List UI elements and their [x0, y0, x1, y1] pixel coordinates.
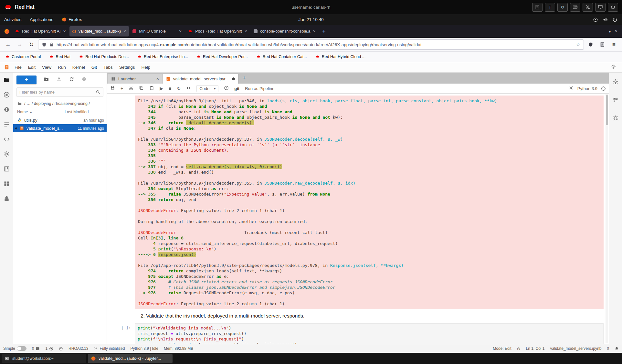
launcher-grid-icon[interactable]: [3, 180, 10, 188]
property-inspector-icon[interactable]: [612, 78, 619, 86]
notebook-scrollbar[interactable]: [606, 94, 608, 343]
upload-icon[interactable]: [56, 76, 62, 83]
bookmark-item[interactable]: Red Hat Enterprise Lin...: [137, 55, 188, 59]
paste-cell-icon[interactable]: [149, 86, 154, 91]
scrollbar-thumb[interactable]: [606, 95, 608, 125]
power-icon[interactable]: [608, 3, 618, 12]
taskbar-terminal-window[interactable]: student@workstation:~: [2, 354, 86, 363]
power-menu-icon[interactable]: [612, 17, 617, 22]
kernels-count[interactable]: 1: [45, 346, 53, 351]
cut-cell-icon[interactable]: [129, 86, 133, 91]
browser-tab[interactable]: MinIO Console ×: [130, 26, 184, 36]
tab-close-icon[interactable]: ×: [123, 29, 126, 34]
file-row[interactable]: utils.py an hour ago: [13, 116, 107, 124]
unsaved-dot-icon[interactable]: [232, 77, 235, 80]
firefox-view-icon[interactable]: [2, 26, 12, 36]
forward-icon[interactable]: →: [15, 40, 25, 49]
firefox-appmenu[interactable]: Firefox: [58, 14, 86, 25]
browser-tab-active[interactable]: validate_mod... (auto-k) ×: [69, 26, 129, 36]
menu-icon[interactable]: ≡: [609, 40, 619, 49]
tab-close-icon[interactable]: ×: [179, 29, 182, 34]
browser-tab[interactable]: Pods · Red Hat OpenShift ×: [185, 26, 250, 36]
restart-run-all-icon[interactable]: [186, 86, 191, 91]
list-all-tabs-icon[interactable]: ▾: [609, 29, 611, 34]
file-row-selected[interactable]: validate_model_s... 11 minutes ago: [13, 124, 107, 132]
tab-close-icon[interactable]: ×: [313, 29, 316, 34]
tab-notebook-active[interactable]: validate_model_servers.ipyr: [163, 74, 238, 84]
code-snippets-icon[interactable]: [3, 136, 10, 144]
extensions-puzzle-icon[interactable]: [3, 195, 10, 203]
library-icon[interactable]: [597, 40, 607, 49]
keyboard-icon[interactable]: [570, 3, 580, 12]
code-cell-editor[interactable]: print("\nValidating iris model...\n")iri…: [135, 323, 604, 344]
lock-icon[interactable]: [49, 42, 54, 47]
save-icon[interactable]: [110, 86, 115, 91]
file-browser-icon[interactable]: [3, 76, 10, 85]
tab-close-icon[interactable]: ×: [156, 76, 159, 81]
toolbar-extension-icon[interactable]: [569, 86, 574, 91]
send-text-icon[interactable]: T: [545, 3, 555, 12]
menu-git[interactable]: Git: [88, 65, 100, 70]
stop-kernel-icon[interactable]: ■: [169, 86, 171, 91]
globe-icon[interactable]: [59, 347, 63, 351]
menu-kernel[interactable]: Kernel: [69, 65, 88, 70]
code-cell[interactable]: [ ]: print("\nValidating iris model...\n…: [107, 323, 609, 344]
clipboard-icon[interactable]: [532, 3, 543, 12]
url-text[interactable]: https://rhoai-validation-wb-rhoai-valida…: [57, 42, 574, 47]
kernel-name-label[interactable]: Python 3.9: [577, 86, 597, 91]
browser-tab[interactable]: Red Hat OpenShift AI ×: [12, 26, 69, 36]
cut-icon[interactable]: [583, 3, 593, 12]
new-folder-icon[interactable]: [44, 76, 49, 83]
bookmark-item[interactable]: Red Hat Hybrid Cloud ...: [315, 55, 365, 59]
reconnect-icon[interactable]: ↻: [557, 3, 568, 12]
run-as-pipeline-button[interactable]: Run as Pipeline: [245, 86, 274, 91]
bookmark-item[interactable]: Red Hat: [49, 55, 70, 59]
run-cell-icon[interactable]: ▶: [160, 86, 163, 91]
insert-cell-icon[interactable]: +: [121, 86, 123, 91]
breadcrumb[interactable]: / … / deploying / rhoaiserving-using /: [13, 99, 107, 108]
cursor-position-label[interactable]: Ln 1, Col 1: [526, 346, 545, 351]
browser-tab[interactable]: console-openshift-console.a ×: [251, 26, 319, 36]
close-window-icon[interactable]: ×: [615, 29, 617, 34]
bell-icon[interactable]: [615, 347, 619, 351]
running-sessions-icon[interactable]: [3, 91, 10, 99]
url-bar[interactable]: https://rhoai-validation-wb-rhoai-valida…: [38, 39, 584, 50]
bookmark-star-icon[interactable]: ☆: [576, 42, 580, 47]
menu-view[interactable]: View: [39, 65, 55, 70]
monitor-icon[interactable]: [595, 3, 606, 12]
git-toolbar-button[interactable]: git: [234, 86, 239, 91]
table-of-contents-icon[interactable]: [3, 121, 10, 129]
toggle-switch[interactable]: [17, 346, 26, 351]
menu-file[interactable]: File: [11, 65, 25, 70]
back-icon[interactable]: ←: [3, 40, 13, 49]
new-tab-button[interactable]: +: [319, 28, 329, 35]
notification-count[interactable]: 0: [607, 346, 609, 351]
kernel-status-icon[interactable]: [601, 86, 606, 91]
extension-shield-icon[interactable]: [586, 40, 596, 49]
volume-icon[interactable]: [603, 17, 608, 22]
menu-settings[interactable]: Settings: [116, 65, 138, 70]
terminals-count[interactable]: 0: [32, 346, 40, 351]
bookmark-item[interactable]: Red Hat Developer Por...: [196, 55, 248, 59]
copy-cell-icon[interactable]: [139, 86, 144, 91]
taskbar-firefox-window[interactable]: validate_mod... (auto-k) - Jupyter...: [88, 354, 173, 363]
kernel-status-label[interactable]: Python 3.9 | Idle: [130, 346, 158, 351]
settings-gear-icon[interactable]: [3, 151, 10, 159]
menu-run[interactable]: Run: [55, 65, 69, 70]
markdown-cell[interactable]: 2. Validate that the iris model, deploye…: [141, 313, 604, 319]
file-filter-input[interactable]: [19, 90, 96, 95]
menu-edit[interactable]: Edit: [25, 65, 39, 70]
indicator-icon[interactable]: [593, 17, 598, 22]
refresh-icon[interactable]: [69, 76, 74, 83]
reload-icon[interactable]: ↻: [26, 40, 36, 49]
activities-button[interactable]: Activities: [0, 14, 26, 25]
applications-menu[interactable]: Applications: [26, 14, 58, 25]
tab-launcher[interactable]: Launcher ×: [108, 74, 163, 84]
bookmark-item[interactable]: Red Hat Products Doc...: [79, 55, 129, 59]
tab-close-icon[interactable]: ×: [63, 29, 66, 34]
git-icon[interactable]: [3, 106, 10, 114]
debugger-bug-icon[interactable]: [612, 115, 619, 122]
tab-close-icon[interactable]: ×: [245, 29, 247, 34]
menu-tabs[interactable]: Tabs: [100, 65, 116, 70]
new-document-tab-button[interactable]: +: [238, 75, 250, 82]
